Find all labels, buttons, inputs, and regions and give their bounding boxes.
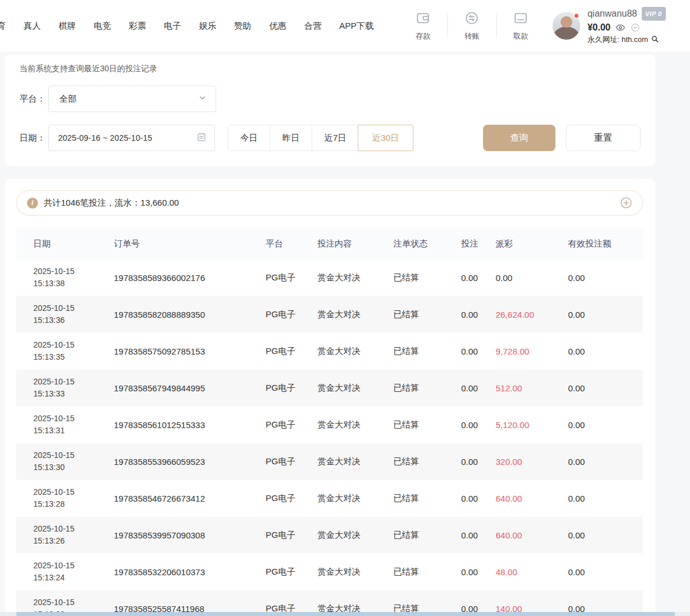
platform-select[interactable]: 全部 bbox=[48, 86, 216, 112]
quick-button-昨日[interactable]: 昨日 bbox=[270, 125, 312, 151]
table-body: 2025-10-1515:13:381978358589366002176PG电… bbox=[16, 259, 643, 616]
main-nav: 体育真人棋牌电竞彩票电子娱乐赞助优惠合营APP下载 bbox=[0, 21, 374, 32]
cell-valid-bet: 0.00 bbox=[568, 273, 643, 283]
cell-payout: 26,624.00 bbox=[496, 310, 568, 319]
cell-payout: 640.00 bbox=[496, 494, 568, 503]
table-row: 2025-10-1515:13:241978358532206010373PG电… bbox=[16, 553, 643, 590]
cell-date: 2025-10-1515:13:33 bbox=[33, 376, 114, 400]
nav-item-真人[interactable]: 真人 bbox=[24, 21, 41, 32]
cell-date-day: 2025-10-15 bbox=[33, 449, 114, 461]
cell-date-day: 2025-10-15 bbox=[33, 486, 114, 498]
nav-item-彩票[interactable]: 彩票 bbox=[129, 21, 146, 32]
cell-platform: PG电子 bbox=[266, 567, 317, 578]
column-header: 平台 bbox=[266, 238, 317, 249]
cell-payout: 5,120.00 bbox=[496, 420, 568, 430]
action-存款[interactable]: 存款 bbox=[407, 10, 440, 41]
cell-date-time: 15:13:30 bbox=[33, 461, 114, 473]
date-range-input[interactable]: 2025-09-16 ~ 2025-10-15 bbox=[48, 125, 215, 151]
nav-item-电子[interactable]: 电子 bbox=[164, 21, 181, 32]
cell-date-day: 2025-10-15 bbox=[33, 560, 114, 572]
cell-content: 赏金大对决 bbox=[317, 272, 393, 283]
summary-bar: i 共计1046笔投注，流水：13,660.00 bbox=[16, 190, 643, 215]
cell-content: 赏金大对决 bbox=[317, 346, 393, 357]
cell-bet: 0.00 bbox=[461, 346, 496, 356]
cell-bet: 0.00 bbox=[461, 494, 496, 503]
action-label: 取款 bbox=[513, 31, 528, 41]
cell-date: 2025-10-1515:13:31 bbox=[33, 413, 114, 437]
cell-status: 已结算 bbox=[393, 419, 461, 430]
date-quick-buttons: 今日昨日近7日近30日 bbox=[228, 125, 413, 151]
cell-platform: PG电子 bbox=[266, 309, 317, 320]
table-row: 2025-10-1515:13:301978358553966059523PG电… bbox=[16, 443, 643, 480]
action-转账[interactable]: 转账 bbox=[455, 10, 489, 41]
horizontal-scrollbar-thumb[interactable] bbox=[16, 612, 675, 616]
cell-bet: 0.00 bbox=[461, 310, 496, 319]
table-header-row: 日期订单号平台投注内容注单状态投注派彩有效投注额 bbox=[16, 228, 643, 259]
circle-chevron-down-icon[interactable] bbox=[630, 22, 641, 33]
nav-item-优惠[interactable]: 优惠 bbox=[269, 21, 286, 32]
quick-button-近7日[interactable]: 近7日 bbox=[312, 125, 358, 151]
action-取款[interactable]: 取款 bbox=[504, 10, 538, 41]
cell-order-number: 1978358561012515333 bbox=[114, 420, 266, 430]
avatar[interactable] bbox=[553, 12, 580, 40]
table-row: 2025-10-1515:13:311978358561012515333PG电… bbox=[16, 406, 643, 443]
cell-valid-bet: 0.00 bbox=[568, 530, 643, 540]
cell-status: 已结算 bbox=[393, 309, 461, 320]
table-row: 2025-10-1515:13:331978358567949844995PG电… bbox=[16, 369, 643, 406]
cell-valid-bet: 0.00 bbox=[568, 457, 643, 467]
cell-platform: PG电子 bbox=[266, 346, 317, 357]
nav-item-赞助[interactable]: 赞助 bbox=[234, 21, 251, 32]
reset-button[interactable]: 重置 bbox=[566, 125, 641, 151]
quick-button-今日[interactable]: 今日 bbox=[228, 125, 270, 151]
cell-date-time: 15:13:26 bbox=[33, 535, 114, 547]
cell-date-day: 2025-10-15 bbox=[33, 523, 114, 535]
cell-date-day: 2025-10-15 bbox=[33, 376, 114, 388]
nav-item-合营[interactable]: 合营 bbox=[304, 21, 321, 32]
filter-card: 当前系统支持查询最近30日的投注记录 平台： 全部 日期： 2025-09-16… bbox=[5, 55, 656, 166]
username: qianwanu88 bbox=[588, 8, 637, 20]
summary-text: 共计1046笔投注，流水：13,660.00 bbox=[44, 198, 619, 209]
table-row: 2025-10-1515:13:351978358575092785153PG电… bbox=[16, 333, 643, 369]
search-icon[interactable] bbox=[650, 34, 660, 45]
cell-order-number: 1978358532206010373 bbox=[114, 567, 266, 577]
eye-icon[interactable] bbox=[615, 22, 626, 33]
cell-bet: 0.00 bbox=[461, 457, 496, 467]
notification-dot bbox=[573, 13, 580, 19]
calendar-icon[interactable] bbox=[196, 132, 207, 145]
nav-item-娱乐[interactable]: 娱乐 bbox=[199, 21, 216, 32]
query-range-notice: 当前系统支持查询最近30日的投注记录 bbox=[20, 64, 641, 74]
plus-icon[interactable] bbox=[619, 196, 633, 210]
nav-item-棋牌[interactable]: 棋牌 bbox=[59, 21, 76, 32]
column-header: 投注内容 bbox=[317, 238, 393, 249]
page-content: 当前系统支持查询最近30日的投注记录 平台： 全部 日期： 2025-09-16… bbox=[0, 52, 690, 616]
cell-payout: 640.00 bbox=[496, 530, 568, 540]
permanent-url-label: 永久网址: hth.com bbox=[588, 34, 648, 45]
cell-payout: 9,728.00 bbox=[496, 346, 568, 356]
cell-date-time: 15:13:24 bbox=[33, 572, 114, 584]
nav-item-电竞[interactable]: 电竞 bbox=[94, 21, 111, 32]
separator bbox=[496, 14, 497, 37]
query-button[interactable]: 查询 bbox=[483, 125, 555, 151]
cell-content: 赏金大对决 bbox=[317, 530, 393, 541]
wallet-icon bbox=[415, 10, 431, 28]
nav-item-体育[interactable]: 体育 bbox=[0, 21, 6, 32]
cell-content: 赏金大对决 bbox=[317, 567, 393, 578]
table-row: 2025-10-1515:13:261978358539957090308PG电… bbox=[16, 517, 643, 553]
cell-date-day: 2025-10-15 bbox=[33, 339, 114, 351]
cell-date-day: 2025-10-15 bbox=[33, 413, 114, 425]
cell-platform: PG电子 bbox=[266, 530, 317, 541]
cell-status: 已结算 bbox=[393, 272, 461, 283]
cell-content: 赏金大对决 bbox=[317, 419, 393, 430]
nav-item-APP下载[interactable]: APP下载 bbox=[339, 21, 374, 32]
balance-amount: ¥0.00 bbox=[588, 22, 611, 33]
column-header: 注单状态 bbox=[393, 238, 461, 249]
quick-button-近30日[interactable]: 近30日 bbox=[358, 125, 413, 151]
cell-bet: 0.00 bbox=[461, 567, 496, 577]
cell-order-number: 1978358553966059523 bbox=[114, 457, 266, 467]
table-row: 2025-10-1515:13:281978358546726673412PG电… bbox=[16, 480, 643, 517]
cell-date-day: 2025-10-15 bbox=[33, 596, 114, 609]
cell-valid-bet: 0.00 bbox=[568, 494, 643, 503]
cell-status: 已结算 bbox=[393, 530, 461, 541]
date-label: 日期： bbox=[20, 133, 48, 144]
cell-status: 已结算 bbox=[393, 456, 461, 467]
